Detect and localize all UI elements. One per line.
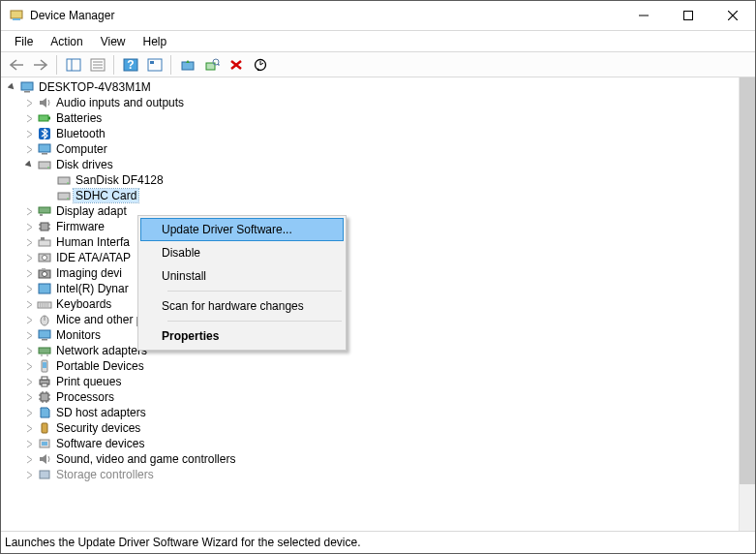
battery-icon [37,110,52,126]
collapse-icon[interactable] [22,161,36,169]
menu-help[interactable]: Help [136,33,175,50]
expand-icon[interactable] [22,223,36,231]
tree-label: SanDisk DF4128 [74,173,166,187]
expand-icon[interactable] [22,393,36,402]
expand-icon[interactable] [22,269,36,278]
menu-view[interactable]: View [93,33,134,50]
expand-icon[interactable] [22,130,36,138]
show-hide-console-button[interactable] [62,54,84,76]
node-intel[interactable]: Intel(R) Dynar [1,281,739,296]
expand-icon[interactable] [22,238,36,247]
node-mice[interactable]: Mice and other pointing devices [1,312,739,327]
ctx-scan-hardware[interactable]: Scan for hardware changes [140,294,344,318]
expand-icon[interactable] [22,145,36,154]
expand-icon[interactable] [22,424,36,433]
expand-icon[interactable] [22,300,36,309]
svg-point-33 [67,182,69,184]
expand-collapse-icon[interactable] [5,83,18,92]
node-audio[interactable]: Audio inputs and outputs [1,95,739,110]
expand-icon[interactable] [22,455,36,464]
help-button[interactable]: ? [119,54,141,76]
close-button[interactable] [711,1,755,30]
mouse-icon [37,312,52,327]
svg-rect-65 [42,384,47,386]
update-driver-button[interactable] [176,54,198,76]
expand-icon[interactable] [22,362,36,371]
expand-icon[interactable] [22,254,36,262]
node-bluetooth[interactable]: Bluetooth [1,126,739,141]
node-display[interactable]: Display adapt [1,203,739,219]
svg-point-46 [43,256,47,261]
expand-icon[interactable] [22,316,36,324]
node-imaging[interactable]: Imaging devi [1,265,739,281]
node-hid[interactable]: Human Interfa [1,234,739,250]
menu-action[interactable]: Action [43,33,90,50]
printer-icon [37,374,52,389]
hid-icon [37,234,52,250]
expand-icon[interactable] [22,114,36,123]
sound-icon [37,451,52,467]
node-storage[interactable]: Storage controllers [1,467,739,482]
node-firmware[interactable]: Firmware [1,219,739,234]
node-software[interactable]: Software devices [1,436,739,451]
forward-button[interactable] [29,54,51,76]
expand-icon[interactable] [22,409,36,417]
scroll-thumb[interactable] [740,77,755,484]
node-keyboards[interactable]: Keyboards [1,296,739,312]
action-button[interactable] [143,54,166,76]
svg-rect-49 [42,268,45,270]
back-button[interactable] [5,54,27,76]
node-sandisk[interactable]: SanDisk DF4128 [1,172,739,188]
expand-icon[interactable] [22,440,36,448]
disk-icon [56,188,72,203]
expand-icon[interactable] [22,285,36,293]
expand-icon[interactable] [22,347,36,355]
expand-icon[interactable] [22,331,36,340]
node-portable[interactable]: Portable Devices [1,358,739,374]
disable-button[interactable] [249,54,271,76]
software-device-icon [37,436,52,451]
tree-root[interactable]: DESKTOP-4V83M1M [1,79,739,95]
node-security[interactable]: Security devices [1,420,739,436]
vertical-scrollbar[interactable] [739,77,755,531]
window-title: Device Manager [30,9,621,22]
uninstall-button[interactable] [225,54,247,76]
properties-button[interactable] [86,54,108,76]
node-computer[interactable]: Computer [1,141,739,157]
svg-rect-26 [48,117,50,120]
ide-icon [37,250,52,265]
ctx-update-driver[interactable]: Update Driver Software... [140,218,344,241]
device-tree[interactable]: DESKTOP-4V83M1M Audio inputs and outputs… [1,77,739,531]
menubar: File Action View Help [1,31,755,51]
svg-rect-51 [38,302,51,308]
expand-icon[interactable] [22,471,36,479]
node-monitors[interactable]: Monitors [1,327,739,343]
tree-label: Processors [54,390,116,404]
node-sound[interactable]: Sound, video and game controllers [1,451,739,467]
menu-file[interactable]: File [7,33,41,50]
minimize-button[interactable] [621,1,666,30]
svg-line-19 [218,64,220,66]
node-printq[interactable]: Print queues [1,374,739,389]
ctx-disable[interactable]: Disable [140,241,344,264]
node-ide[interactable]: IDE ATA/ATAP [1,250,739,265]
expand-icon[interactable] [22,99,36,108]
tree-label: Imaging devi [54,266,124,280]
ctx-properties[interactable]: Properties [140,324,344,348]
expand-icon[interactable] [22,378,36,386]
svg-rect-38 [41,223,48,231]
node-batteries[interactable]: Batteries [1,110,739,126]
svg-rect-29 [42,153,47,155]
node-processors[interactable]: Processors [1,389,739,405]
scan-hardware-button[interactable] [200,54,223,76]
tree-label: Intel(R) Dynar [54,282,131,295]
expand-icon[interactable] [22,207,36,216]
node-diskdrives[interactable]: Disk drives [1,157,739,172]
node-network[interactable]: Network adapters [1,343,739,358]
node-sdhc-card[interactable]: SDHC Card [1,188,739,203]
ctx-uninstall[interactable]: Uninstall [140,264,344,288]
node-sdhost[interactable]: SD host adapters [1,405,739,420]
svg-rect-66 [41,393,48,401]
svg-rect-75 [42,423,47,433]
maximize-button[interactable] [666,1,711,30]
